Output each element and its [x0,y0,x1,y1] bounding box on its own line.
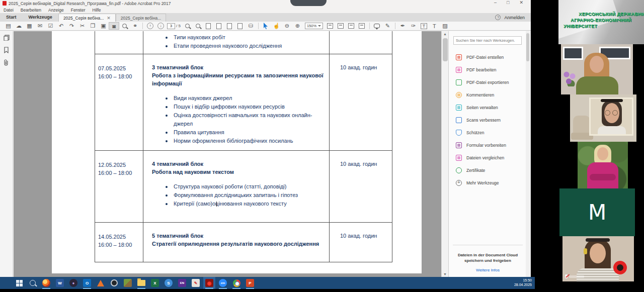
participant-video[interactable] [561,44,633,94]
zoom-out-icon[interactable]: ⊖ [282,22,292,30]
tab-start[interactable]: Start [0,13,23,22]
vertical-scrollbar[interactable]: ▲ ▼ [441,31,448,277]
hand-tool-icon[interactable]: ☝ [271,22,282,30]
scrollbar-thumb[interactable] [526,33,529,61]
scan-drum-icon[interactable]: ⛁ [246,22,256,30]
page-thumbnails-panel-icon[interactable] [4,35,10,41]
taskbar-language-app[interactable]: EN [176,277,188,289]
participant-video[interactable] [562,236,634,281]
participant-video-slide[interactable]: ХЕРСОНСЬКИЙ ДЕРЖАВНИЙ АГРАРНО-ЕКОНОМІЧНИ… [558,0,644,44]
cut-icon[interactable]: ✂ [77,22,88,30]
start-button[interactable] [13,277,25,289]
page-export-icon[interactable] [224,22,235,30]
text-box-icon[interactable]: T [421,23,427,29]
add-text-icon[interactable]: T [429,22,440,30]
page-thumbnails-icon[interactable] [203,22,214,30]
help-icon[interactable]: ? [495,15,501,20]
fit-width-icon[interactable] [325,22,336,30]
taskbar-obs[interactable] [108,277,120,289]
zoom-tool-icon[interactable] [193,22,203,30]
minimize-button[interactable]: – [494,0,497,5]
taskbar-vlc[interactable] [95,277,107,289]
taskbar-skype[interactable]: S [163,277,175,289]
document-viewport[interactable]: Типи наукових робіт Етапи проведення нау… [14,31,441,277]
participant-video[interactable] [570,94,636,142]
taskbar-outlook[interactable]: O [81,277,93,289]
tool-enhance-scans[interactable]: Scans verbessern [456,116,501,124]
taskbar-file-explorer[interactable] [135,277,147,289]
taskbar-chrome[interactable] [230,277,243,289]
tool-create-pdf[interactable]: PDF-Datei erstellen [456,53,504,61]
tool-compare-files[interactable]: Dateien vergleichen [456,154,504,162]
share-cloud-icon[interactable]: ☁ [14,22,24,30]
save-icon[interactable]: ▤ [3,22,14,30]
fullscreen-icon[interactable] [346,22,357,30]
fill-sign-icon[interactable]: ✑ [408,22,419,30]
fit-page-icon[interactable] [336,22,346,30]
email-icon[interactable]: ✉ [35,22,45,30]
copy-icon[interactable]: ❐ [88,22,98,30]
doc-check-icon[interactable]: ☑ [45,22,56,30]
tool-comment[interactable]: Kommentieren [456,91,494,99]
tool-more-tools[interactable]: Mehr Werkzeuge [456,179,499,187]
binoculars-icon[interactable]: ⚭ [130,22,140,30]
taskbar-powerpoint[interactable]: P [244,277,256,289]
taskbar-firefox[interactable] [40,277,52,289]
scrollbar-thumb[interactable] [443,38,448,61]
menu-anzeige[interactable]: Anzeige [48,8,64,13]
taskbar-photos-app[interactable] [122,277,134,289]
next-page-icon[interactable]: ↓ [155,22,166,30]
image-icon[interactable]: ▨ [440,22,450,30]
tab-close-icon[interactable]: ✕ [107,16,111,21]
scroll-down-icon[interactable]: ▼ [442,272,448,276]
comment-icon[interactable] [372,22,382,30]
tool-protect[interactable]: Schützen [456,129,484,137]
tool-edit-pdf[interactable]: PDF bearbeiten [456,66,497,74]
document-tab-active[interactable]: 2025_Серія вебіна... ✕ [58,14,116,22]
taskbar-excel[interactable]: X [149,277,161,289]
taskbar-tor[interactable]: ● [67,277,79,289]
reading-mode-icon[interactable] [357,22,367,30]
maximize-button[interactable]: □ [507,0,509,5]
sign-icon[interactable]: ✒ [397,22,408,30]
zoom-level-select[interactable]: 150% [305,23,323,29]
undo-icon[interactable]: ↶ [56,22,66,30]
tool-organize-pages[interactable]: Seiten verwalten [456,104,498,112]
signin-button[interactable]: Anmelden [504,15,525,20]
tool-certificates[interactable]: Zertifikate [456,166,485,174]
taskbar-acrobat[interactable]: ◉ [203,277,215,289]
previous-page-icon[interactable]: ↑ [145,22,155,30]
tab-werkzeuge[interactable]: Werkzeuge [23,13,58,22]
tool-prepare-form[interactable]: Formular vorbereiten [456,141,506,149]
redo-icon[interactable]: ↷ [66,22,77,30]
clipboard-icon[interactable]: ▣ [98,22,109,30]
print-icon[interactable]: ▦ [24,22,35,30]
tool-export-pdf[interactable]: PDF-Datei exportieren [456,78,509,86]
taskbar-whiteboard-app[interactable]: ✎ [190,277,202,289]
search-icon[interactable] [119,22,130,30]
marquee-zoom-icon[interactable] [182,22,193,30]
single-page-icon[interactable] [214,22,224,30]
taskbar-search-button[interactable] [27,277,39,289]
zoom-in-icon[interactable]: ⊕ [292,22,303,30]
more-info-link[interactable]: Weitere Infos [453,268,523,272]
participant-tile-initial[interactable]: M [559,188,635,236]
participant-video[interactable] [578,142,628,188]
menu-datei[interactable]: Datei [4,8,14,13]
snapshot-icon[interactable]: ◙ [109,22,119,30]
close-button[interactable]: ✕ [519,0,523,5]
tools-search-input[interactable] [453,36,522,45]
menu-hilfe[interactable]: Hilfe [93,8,101,13]
panel-scrollbar[interactable] [526,31,530,277]
select-tool-icon[interactable] [261,22,271,30]
menu-fenster[interactable]: Fenster [71,8,86,13]
page-pdf-icon[interactable] [235,22,246,30]
attachments-panel-icon[interactable] [4,59,9,66]
meeting-controls-pill[interactable] [290,0,327,6]
taskbar-word[interactable]: W [54,277,66,289]
page-number-input[interactable] [167,23,175,29]
taskbar-clock[interactable]: 15:50 28.04.2025 [514,278,532,287]
menu-bearbeiten[interactable]: Bearbeiten [21,8,41,13]
document-tab-inactive[interactable]: 2025_Серія вебіна... [116,14,166,22]
scroll-up-icon[interactable]: ▲ [442,32,448,36]
